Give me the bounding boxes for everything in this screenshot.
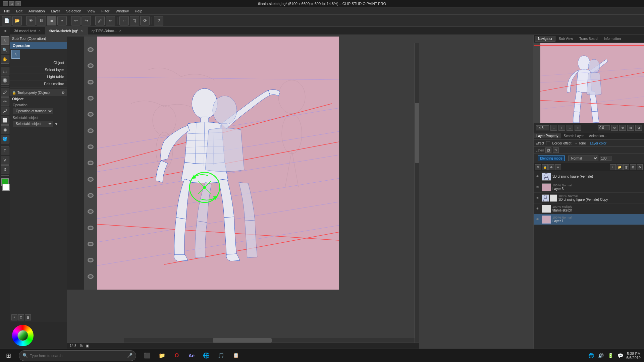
rotate-reset-btn[interactable]: ⊕ bbox=[627, 125, 634, 131]
subtool-delete-btn[interactable]: 🗑 bbox=[25, 314, 31, 320]
toolbar-move[interactable]: ↔ bbox=[119, 16, 129, 25]
tool-vector[interactable]: V bbox=[1, 156, 9, 165]
chrome-btn[interactable]: 🌐 bbox=[199, 349, 213, 362]
subtool-object[interactable]: Object bbox=[10, 59, 67, 66]
layer-fx-btn[interactable]: fx bbox=[553, 147, 559, 153]
opacity-input[interactable] bbox=[600, 156, 611, 161]
color-wheel-container[interactable] bbox=[12, 325, 34, 346]
tool-zoom[interactable]: 🔍 bbox=[1, 46, 9, 54]
toolbar-redo[interactable]: ↪ bbox=[82, 16, 91, 25]
ae-btn[interactable]: Ae bbox=[184, 349, 199, 362]
zoom-increase-btn[interactable]: + bbox=[558, 125, 565, 131]
tool-lasso[interactable]: 🔘 bbox=[1, 76, 9, 85]
toolbar-arrows[interactable]: ⇅ bbox=[130, 16, 139, 25]
file-explorer-btn[interactable]: 📁 bbox=[155, 349, 169, 362]
zoom-input[interactable] bbox=[536, 125, 549, 130]
horizontal-scrollbar[interactable] bbox=[124, 338, 419, 343]
toolbar-square1[interactable]: ■ bbox=[47, 16, 56, 25]
subtool-operation[interactable]: Operation bbox=[10, 42, 67, 49]
layer-settings-btn[interactable]: ⚙ bbox=[637, 164, 643, 170]
tab-close[interactable]: ✕ bbox=[38, 29, 41, 33]
layer-item-4[interactable]: 👁 100 % Normal Layer 1 bbox=[534, 214, 644, 225]
tool-text[interactable]: T bbox=[1, 146, 9, 155]
start-button[interactable]: ⊞ bbox=[0, 349, 17, 362]
merge-layer-btn[interactable]: ⊞ bbox=[630, 164, 636, 170]
border-effect-checkbox[interactable] bbox=[546, 141, 550, 145]
menu-window[interactable]: Window bbox=[113, 8, 131, 14]
tool-blur[interactable]: ◉ bbox=[1, 125, 9, 134]
nav-tab-subview[interactable]: Sub View bbox=[556, 36, 576, 42]
new-folder-btn[interactable]: 📁 bbox=[616, 164, 623, 170]
rotation-input[interactable] bbox=[598, 125, 610, 130]
menu-layer[interactable]: Layer bbox=[48, 8, 63, 14]
nav-tab-transboard[interactable]: Trans Board bbox=[576, 36, 601, 42]
tab-close[interactable]: ✕ bbox=[80, 29, 83, 33]
clock-area[interactable]: 5:38 PM 6/6/2019 bbox=[626, 352, 641, 360]
zoom-decrease-btn[interactable]: – bbox=[550, 125, 557, 131]
toolbar-rotate[interactable]: ⟳ bbox=[140, 16, 150, 25]
notification-icon[interactable]: 💬 bbox=[616, 353, 624, 358]
network-icon[interactable]: 🌐 bbox=[587, 353, 595, 358]
nav-tab-info[interactable]: Information bbox=[601, 36, 624, 42]
toolbar-brush2[interactable]: ✏ bbox=[106, 16, 115, 25]
toolbar-brush1[interactable]: 🖊 bbox=[95, 16, 105, 25]
scrollbar-thumb-h[interactable] bbox=[213, 338, 272, 343]
tool-hand[interactable]: ✋ bbox=[1, 55, 9, 64]
tool-pencil[interactable]: ✏ bbox=[1, 97, 9, 106]
toolbar-eye[interactable]: 👁 bbox=[26, 16, 36, 25]
nav-tab-navigator[interactable]: Navigator bbox=[535, 36, 555, 42]
menu-filter[interactable]: Filter bbox=[99, 8, 112, 14]
toolbar-monitor[interactable]: 🖥 bbox=[37, 16, 46, 25]
layer-item-1[interactable]: 👁 100 % Normal Layer 3 bbox=[534, 182, 644, 193]
vertical-scrollbar[interactable] bbox=[415, 43, 419, 343]
minimize-btn[interactable]: – bbox=[3, 1, 8, 6]
close-btn[interactable]: ✕ bbox=[15, 1, 21, 6]
toolbar-help[interactable]: ? bbox=[154, 16, 163, 25]
delete-layer-btn[interactable]: 🗑 bbox=[623, 164, 629, 170]
layer-1-vis-icon[interactable]: 👁 bbox=[535, 185, 540, 190]
menu-file[interactable]: File bbox=[1, 8, 13, 14]
menu-view[interactable]: View bbox=[85, 8, 98, 14]
tool-brush[interactable]: 🖌 bbox=[1, 107, 9, 115]
layer-draft-btn[interactable]: ✏ bbox=[555, 164, 561, 170]
tab-cptips[interactable]: cpTIPS-3dmo... ✕ bbox=[88, 27, 126, 35]
menu-selection[interactable]: Selection bbox=[63, 8, 84, 14]
tab-scroll-left[interactable]: ◀ bbox=[0, 27, 10, 35]
layer-tab-animation[interactable]: Animation... bbox=[586, 133, 609, 138]
tool-eraser[interactable]: ⬜ bbox=[1, 116, 9, 125]
tab-3dmodel[interactable]: 3d model test ✕ bbox=[10, 27, 45, 35]
menu-animation[interactable]: Animation bbox=[26, 8, 48, 14]
tool-3d[interactable]: 3 bbox=[1, 165, 9, 174]
layer-item-3[interactable]: 👁 100 % Multiply titania-sketch bbox=[534, 203, 644, 214]
toolbar-open[interactable]: 📂 bbox=[12, 16, 22, 25]
canvas-area[interactable]: 14.8 % ▣ bbox=[67, 35, 533, 349]
layer-4-vis-icon[interactable]: 👁 bbox=[535, 217, 540, 222]
operation-dropdown[interactable]: Operation of transparent part bbox=[13, 108, 53, 114]
layer-3-vis-icon[interactable]: 👁 bbox=[535, 206, 540, 212]
rotate-cw-btn[interactable]: ↻ bbox=[619, 125, 626, 131]
subtool-add-btn[interactable]: + bbox=[11, 314, 17, 320]
tool-fill[interactable]: 🪣 bbox=[1, 135, 9, 143]
tool-select[interactable]: ⬚ bbox=[1, 67, 9, 75]
clip-studio-btn[interactable]: 📋 bbox=[229, 349, 243, 362]
battery-icon[interactable]: 🔋 bbox=[607, 353, 614, 358]
tab-close[interactable]: ✕ bbox=[119, 29, 122, 33]
scrollbar-thumb-v[interactable] bbox=[415, 103, 419, 163]
layer-item-2[interactable]: 👁 100 % Normal 3D drawing figure (Female… bbox=[534, 193, 644, 203]
taskview-btn[interactable]: ⬛ bbox=[140, 349, 154, 362]
selectable-dropdown[interactable]: Selectable object bbox=[13, 121, 53, 127]
subtool-light-table[interactable]: Light table bbox=[10, 73, 67, 80]
taskbar-search-box[interactable]: 🔍 🎤 bbox=[19, 350, 136, 361]
toolbar-new[interactable]: 📄 bbox=[2, 16, 11, 25]
menu-help[interactable]: Help bbox=[132, 8, 145, 14]
microphone-icon[interactable]: 🎤 bbox=[127, 353, 132, 358]
opera-btn[interactable]: O bbox=[170, 349, 184, 362]
volume-icon[interactable]: 🔊 bbox=[597, 353, 605, 358]
flip-v-btn[interactable]: ↕ bbox=[575, 125, 581, 131]
subtool-icon-cursor[interactable]: ↖ bbox=[11, 50, 20, 59]
layer-tab-search[interactable]: Search Layer bbox=[561, 133, 586, 138]
nav-settings-btn[interactable]: ⚙ bbox=[635, 125, 642, 131]
layer-ref-btn[interactable]: ⊕ bbox=[548, 164, 554, 170]
new-layer-btn[interactable]: + bbox=[610, 164, 616, 170]
layer-item-0[interactable]: 👁 3D drawing figure (Female) bbox=[534, 171, 644, 182]
